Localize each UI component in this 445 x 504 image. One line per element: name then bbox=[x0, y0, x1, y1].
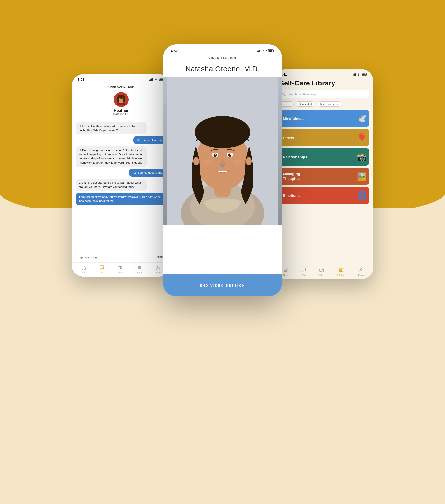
nav-home-right[interactable]: Home bbox=[283, 268, 289, 276]
svg-rect-15 bbox=[118, 266, 121, 269]
svg-point-41 bbox=[203, 160, 212, 165]
filter-bookmarks[interactable]: My Bookmarks bbox=[317, 101, 342, 107]
nav-video-label-right: Video bbox=[318, 274, 324, 276]
care-team-title: YOUR CARE TEAM bbox=[108, 85, 134, 88]
chat-input-area: SEND bbox=[72, 252, 171, 262]
wifi-icon-center bbox=[263, 49, 267, 53]
svg-point-42 bbox=[233, 160, 242, 165]
nav-video-left[interactable]: Video bbox=[117, 265, 123, 274]
category-mindfulness-label: Mindfulness bbox=[283, 116, 305, 121]
svg-rect-5 bbox=[160, 78, 163, 80]
search-bar[interactable]: 🔍 Search by title or topic bbox=[278, 90, 369, 98]
send-button[interactable]: SEND bbox=[156, 256, 164, 259]
category-stress[interactable]: Stress 🎈 bbox=[278, 129, 369, 146]
category-relationships[interactable]: Relationships 📸 bbox=[278, 148, 369, 166]
nav-chat-label-left: Chat bbox=[99, 272, 104, 274]
message-3: Hi Dani. During this initial session, I'… bbox=[76, 146, 147, 167]
chat-messages: Hello, I'm Heather. Let's start by getti… bbox=[72, 119, 171, 223]
filter-tabs: Viewed Suggested My Bookmarks bbox=[274, 101, 373, 110]
svg-point-50 bbox=[358, 75, 359, 76]
nav-chat-right[interactable]: Chat bbox=[301, 268, 306, 276]
chat-input-row: SEND bbox=[76, 254, 167, 260]
nav-profile-left[interactable]: Profile bbox=[155, 265, 162, 274]
nav-home-label-right: Home bbox=[283, 274, 289, 276]
svg-point-44 bbox=[246, 157, 252, 165]
care-team-header[interactable]: YOUR CARE TEAM › bbox=[72, 83, 171, 90]
phone-library: 9:41 Self-Care Library 🔍 Search by title… bbox=[274, 69, 373, 279]
bottom-nav-left: Home Chat Video Library bbox=[72, 262, 171, 277]
svg-rect-47 bbox=[353, 74, 354, 76]
svg-rect-49 bbox=[355, 73, 356, 76]
nav-profile-label-right: Profile bbox=[358, 274, 365, 276]
svg-rect-23 bbox=[261, 49, 261, 52]
category-cards: Mindfulness 🕊️ Stress 🎈 Relationships 📸 … bbox=[274, 110, 373, 204]
bubble-1: Hello, I'm Heather. Let's start by getti… bbox=[76, 122, 147, 134]
svg-rect-54 bbox=[339, 269, 340, 272]
stress-deco: 🎈 bbox=[357, 133, 367, 142]
nav-chat-label-right: Chat bbox=[301, 274, 306, 276]
filter-suggested[interactable]: Suggested bbox=[296, 101, 315, 107]
svg-rect-0 bbox=[149, 80, 150, 81]
category-emotions[interactable]: Emotions 🌀 bbox=[278, 187, 369, 204]
relationships-deco: 📸 bbox=[357, 152, 367, 162]
category-managing-label: ManagingThoughts bbox=[283, 171, 300, 181]
svg-rect-26 bbox=[269, 50, 272, 52]
managing-deco: 🖼️ bbox=[357, 171, 367, 181]
message-4: Yes, sounds good to me. bbox=[129, 169, 167, 177]
end-session-bar[interactable]: END VIDEO SESSION bbox=[163, 274, 282, 296]
svg-rect-21 bbox=[258, 50, 259, 52]
coach-info: Heather LEAD COACH bbox=[72, 90, 171, 119]
category-stress-label: Stress bbox=[283, 136, 294, 140]
nav-library-left[interactable]: Library bbox=[136, 265, 143, 274]
home-icon-right bbox=[284, 268, 288, 273]
status-bar-center: 4:52 bbox=[163, 44, 282, 55]
signal-icon-center bbox=[257, 49, 261, 53]
mindfulness-deco: 🕊️ bbox=[357, 114, 367, 123]
nav-home-left[interactable]: Home bbox=[81, 265, 87, 274]
doctor-name: Natasha Greene, M.D. bbox=[163, 62, 282, 77]
message-5: Great, let's get started. I'd like to le… bbox=[76, 179, 147, 191]
video-icon-left bbox=[118, 265, 122, 271]
svg-rect-53 bbox=[319, 269, 322, 271]
phone-video: 4:52 VIDEO SESSION Natasha Greene, M.D. bbox=[163, 44, 282, 296]
time-left: 7:08 bbox=[78, 78, 84, 81]
svg-rect-16 bbox=[137, 266, 138, 269]
time-center: 4:52 bbox=[171, 49, 178, 53]
chat-icon-right bbox=[302, 268, 306, 273]
coach-name: Heather bbox=[114, 108, 129, 113]
nav-video-right[interactable]: Video bbox=[318, 268, 324, 276]
message-6: I am feeling okay today, but yesterday w… bbox=[76, 193, 167, 205]
svg-rect-48 bbox=[354, 73, 355, 76]
search-icon: 🔍 bbox=[282, 92, 286, 96]
profile-icon-left bbox=[156, 265, 161, 271]
battery-icon-center bbox=[268, 49, 274, 53]
svg-point-13 bbox=[120, 99, 120, 100]
svg-rect-2 bbox=[151, 78, 152, 81]
chat-input[interactable] bbox=[78, 256, 156, 259]
video-icon-right bbox=[319, 268, 324, 273]
category-managing-thoughts[interactable]: ManagingThoughts 🖼️ bbox=[278, 168, 369, 185]
svg-rect-56 bbox=[342, 269, 343, 272]
home-icon-left bbox=[81, 265, 86, 271]
nav-selfcare-right[interactable]: Self-Care bbox=[336, 268, 346, 276]
profile-icon-right bbox=[359, 268, 364, 273]
message-2: Hi Heather. I'm Dani. bbox=[134, 136, 167, 144]
svg-rect-3 bbox=[152, 78, 153, 81]
svg-rect-55 bbox=[341, 269, 342, 272]
nav-profile-right[interactable]: Profile bbox=[358, 268, 365, 276]
bubble-3: Hi Dani. During this initial session, I'… bbox=[76, 146, 147, 167]
search-placeholder: Search by title or topic bbox=[288, 93, 317, 96]
category-mindfulness[interactable]: Mindfulness 🕊️ bbox=[278, 110, 369, 127]
video-session-label: VIDEO SESSION bbox=[163, 55, 282, 62]
emotions-deco: 🌀 bbox=[357, 191, 367, 200]
svg-point-57 bbox=[361, 269, 362, 270]
nav-chat-left[interactable]: Chat bbox=[99, 265, 104, 274]
library-title: Self-Care Library bbox=[274, 78, 373, 90]
phone-chat: 7:08 YOUR CARE TEAM › bbox=[72, 74, 171, 277]
status-bar-right: 9:41 bbox=[274, 69, 373, 78]
signal-icon-right bbox=[352, 73, 356, 76]
nav-library-label-left: Library bbox=[136, 272, 143, 274]
end-session-text: END VIDEO SESSION bbox=[200, 284, 245, 287]
svg-point-24 bbox=[265, 52, 265, 52]
status-bar-left: 7:08 bbox=[72, 74, 171, 83]
